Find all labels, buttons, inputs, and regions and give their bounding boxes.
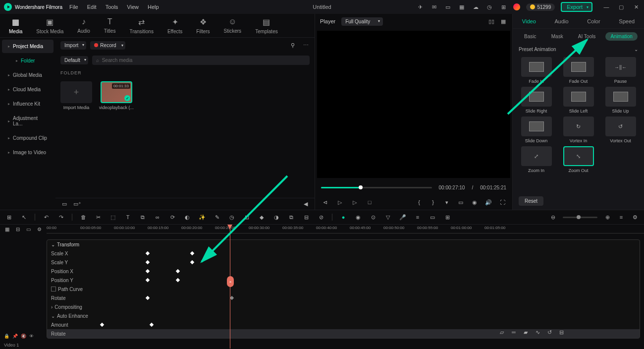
tab-transitions[interactable]: ⇄Transitions	[129, 17, 154, 34]
clip-thumbnail[interactable]: 00:01:33 ✓	[101, 81, 132, 103]
collapse-icon[interactable]: ◀	[302, 200, 310, 208]
settings-icon[interactable]: ⚙	[631, 213, 639, 221]
split-icon[interactable]: ⊟	[302, 213, 310, 221]
preset-slide-up[interactable]	[605, 87, 636, 107]
compare-icon[interactable]: ▯▯	[487, 17, 495, 25]
undo-icon[interactable]: ↶	[42, 213, 50, 221]
new-folder-icon[interactable]: ▭⁺	[73, 200, 81, 208]
redo-icon[interactable]: ↷	[57, 213, 65, 221]
keyframe[interactable]	[176, 278, 180, 282]
row-transform[interactable]: Transform	[47, 240, 640, 249]
keyframe[interactable]	[146, 278, 150, 282]
ai-tool-icon[interactable]: ✨	[198, 213, 206, 221]
row-scale-x[interactable]: Scale X	[47, 249, 640, 258]
sidebar-project-media[interactable]: Project Media	[2, 40, 54, 53]
menu-edit[interactable]: Edit	[87, 4, 97, 10]
curve-icon[interactable]: ∿	[534, 328, 541, 336]
keyframe[interactable]	[146, 296, 150, 300]
bell-icon[interactable]: ◷	[485, 3, 493, 11]
tab-filters[interactable]: ❖Filters	[196, 17, 210, 34]
timeline-ruler[interactable]: 00:00 00:00:05:00 00:00:10:00 00:00:15:0…	[47, 225, 644, 233]
sort-dropdown[interactable]: Default	[60, 56, 88, 64]
preset-fade-out[interactable]	[563, 57, 594, 77]
keyframe[interactable]	[190, 251, 194, 255]
more-icon[interactable]: ⋯	[302, 41, 310, 49]
sidebar-influence-kit[interactable]: Influence Kit	[2, 97, 54, 111]
folder-icon[interactable]: ▭	[60, 200, 68, 208]
media-clip[interactable]: 00:01:33 ✓ videoplayback (...	[99, 81, 134, 110]
delete-icon[interactable]: 🗑	[79, 213, 87, 221]
video-viewport[interactable]	[317, 31, 510, 178]
pointer-icon[interactable]: ↖	[20, 213, 28, 221]
close-icon[interactable]: ✕	[632, 3, 640, 11]
row-scale-y[interactable]: Scale Y	[47, 258, 640, 267]
export-button[interactable]: Export	[561, 2, 592, 12]
tl-tool4-icon[interactable]: ⚙	[36, 225, 43, 233]
tab-templates[interactable]: ▤Templates	[255, 17, 278, 34]
chevron-down-icon[interactable]: ⌄	[634, 47, 638, 52]
keyframe[interactable]	[146, 251, 150, 255]
rp-subtab-animation[interactable]: Animation	[605, 32, 637, 41]
reset-kf-icon[interactable]: ↺	[545, 328, 553, 336]
cloud-icon[interactable]: ☁	[472, 3, 480, 11]
zoom-out-icon[interactable]: ⊖	[549, 213, 557, 221]
voiceover-icon[interactable]: ◉	[354, 213, 362, 221]
rp-tab-audio[interactable]: Audio	[550, 16, 572, 26]
tab-audio[interactable]: ♪Audio	[77, 17, 90, 34]
preset-pause[interactable]: →||←	[605, 57, 636, 77]
keyframe[interactable]	[230, 296, 234, 300]
link-icon[interactable]: ∞	[154, 213, 161, 221]
play-icon[interactable]: ▷	[336, 198, 344, 206]
row-compositing[interactable]: Compositing	[47, 302, 640, 311]
sidebar-compound-clip[interactable]: Compound Clip	[2, 131, 54, 145]
snapshot-header-icon[interactable]: ▦	[499, 17, 507, 25]
tab-media[interactable]: ▦Media	[9, 17, 22, 34]
timer-icon[interactable]: ◷	[228, 213, 236, 221]
tab-titles[interactable]: TTitles	[104, 17, 116, 34]
reset-button[interactable]: Reset	[519, 196, 543, 206]
keyframe[interactable]	[190, 260, 194, 264]
list-icon[interactable]: ≡	[414, 213, 422, 221]
next-frame-icon[interactable]: ▷	[351, 198, 359, 206]
text-tool-icon[interactable]: T	[124, 213, 132, 221]
avatar-icon[interactable]	[513, 3, 520, 10]
row-rotate[interactable]: Rotate	[47, 293, 640, 302]
group-icon[interactable]: ⧉	[287, 213, 295, 221]
ease-out-icon[interactable]: ▰	[522, 328, 530, 336]
tab-effects[interactable]: ✦Effects	[167, 17, 182, 34]
credits-badge[interactable]: 51299	[526, 3, 555, 11]
mute-icon[interactable]: 🔇	[21, 334, 26, 339]
mail-icon[interactable]: ✉	[430, 3, 438, 11]
import-dropdown[interactable]: Import	[60, 41, 86, 50]
playhead-handle[interactable]: ×	[227, 276, 234, 287]
sidebar-global-media[interactable]: Global Media	[2, 68, 54, 82]
mark-out-icon[interactable]: }	[429, 198, 437, 206]
pin-icon[interactable]: 📌	[12, 334, 18, 339]
preset-zoom-in[interactable]: ⤢	[521, 146, 552, 166]
display-icon[interactable]: ▭	[457, 198, 465, 206]
image-icon[interactable]: ▦	[458, 3, 466, 11]
row-position-y[interactable]: Position Y	[47, 276, 640, 285]
mic-icon[interactable]: 🎤	[399, 213, 407, 221]
rp-tab-video[interactable]: Video	[518, 16, 540, 26]
row-position-x[interactable]: Position X	[47, 267, 640, 276]
sidebar-image-to-video[interactable]: Image to Video	[2, 146, 54, 159]
preset-slide-left[interactable]	[563, 87, 594, 107]
preset-fade-in[interactable]	[521, 57, 552, 77]
zoom-slider[interactable]	[563, 217, 597, 218]
mask-tool-icon[interactable]: ◑	[272, 213, 280, 221]
fullscreen-icon[interactable]: ⛶	[498, 198, 506, 206]
lock-icon[interactable]: 🔒	[4, 334, 9, 339]
detach-icon[interactable]: ⊘	[317, 213, 325, 221]
rotate-icon[interactable]: ⟳	[168, 213, 176, 221]
rp-subtab-ai-tools[interactable]: AI Tools	[573, 32, 600, 41]
record-icon[interactable]: ⊙	[369, 213, 377, 221]
copy-icon[interactable]: ⧉	[139, 213, 147, 221]
player-seekbar[interactable]	[321, 187, 432, 188]
tl-tool2-icon[interactable]: ⊟	[15, 225, 22, 233]
import-media-tile[interactable]: +	[60, 81, 92, 103]
menu-file[interactable]: File	[69, 4, 78, 10]
render-icon[interactable]: ●	[339, 213, 347, 221]
snapshot-icon[interactable]: ◉	[471, 198, 479, 206]
record-button[interactable]: Record	[90, 41, 125, 50]
